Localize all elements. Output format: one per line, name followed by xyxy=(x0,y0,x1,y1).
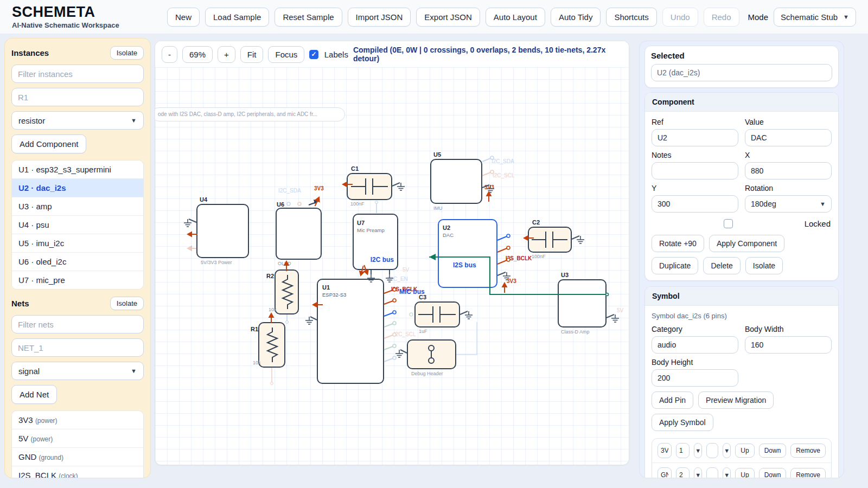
new-button[interactable]: New xyxy=(167,8,200,27)
compile-status: Compiled (0E, 0W | 0 crossings, 0 overla… xyxy=(353,46,622,63)
apply-component-button[interactable]: Apply Component xyxy=(709,235,784,252)
add-net-button[interactable]: Add Net xyxy=(11,385,57,404)
net-label-i2c-scl: I2C_SCL xyxy=(493,172,515,178)
component-u5[interactable]: U5 IMU xyxy=(430,159,482,204)
fit-button[interactable]: Fit xyxy=(240,46,264,63)
load-sample-button[interactable]: Load Sample xyxy=(205,8,269,27)
zoom-out-button[interactable]: - xyxy=(162,46,177,63)
component-caption: 10k xyxy=(253,360,261,365)
shortcuts-button[interactable]: Shortcuts xyxy=(606,8,656,27)
pin-side-select[interactable]: ▼ xyxy=(694,467,702,478)
selected-value-input[interactable] xyxy=(651,64,832,81)
instance-row-u7[interactable]: U7 · mic_pre xyxy=(12,271,143,289)
component-u7[interactable]: U7 Mic Preamp I2C bus xyxy=(353,214,398,270)
instance-row-u6[interactable]: U6 · oled_i2c xyxy=(12,252,143,271)
y-input[interactable] xyxy=(652,195,738,213)
component-c2[interactable]: C2 100nF xyxy=(528,227,572,253)
symbol-card: Symbol Symbol dac_i2s (6 pins) Category … xyxy=(644,286,839,478)
filter-nets-input[interactable] xyxy=(11,315,144,333)
component-type-select[interactable]: resistor ▼ xyxy=(11,111,144,130)
app-title: SCHEMETA xyxy=(12,4,119,21)
component-c3[interactable]: C3 1uF xyxy=(414,301,460,328)
add-component-button[interactable]: Add Component xyxy=(11,134,86,153)
zoom-level-button[interactable]: 69% xyxy=(182,46,213,63)
auto-layout-button[interactable]: Auto Layout xyxy=(486,8,545,27)
rotation-select[interactable]: 180deg ▼ xyxy=(745,195,832,213)
net-row-5v[interactable]: 5V (power) xyxy=(12,429,143,447)
isolate-button[interactable]: Isolate xyxy=(745,257,783,274)
pin-down-button[interactable]: Down xyxy=(759,444,787,458)
pin-kind-select[interactable]: ▼ xyxy=(723,443,731,458)
chevron-down-icon: ▼ xyxy=(131,117,137,124)
pin-name-input[interactable] xyxy=(658,467,672,478)
component-ref: U4 xyxy=(200,196,207,203)
x-label: X xyxy=(745,151,832,159)
instance-row-u2[interactable]: U2 · dac_i2s xyxy=(12,178,143,197)
rotate-90-button[interactable]: Rotate +90 xyxy=(652,235,704,252)
net-label-i2c-sda: I2C_SDA xyxy=(278,188,301,194)
focus-button[interactable]: Focus xyxy=(268,46,304,63)
net-row-gnd[interactable]: GND (ground) xyxy=(12,447,143,466)
body-height-input[interactable] xyxy=(652,369,738,387)
pin-remove-button[interactable]: Remove xyxy=(790,468,826,478)
zoom-in-button[interactable]: + xyxy=(218,46,235,63)
pin-number-input[interactable] xyxy=(676,467,690,478)
pin-down-button[interactable]: Down xyxy=(759,468,787,478)
net-row-3v3[interactable]: 3V3 (power) xyxy=(12,411,143,429)
instance-row-u1[interactable]: U1 · esp32_s3_supermini xyxy=(12,160,143,178)
rotation-value: 180deg xyxy=(751,200,776,208)
chevron-down-icon: ▼ xyxy=(695,472,701,478)
apply-symbol-button[interactable]: Apply Symbol xyxy=(652,414,713,431)
reset-sample-button[interactable]: Reset Sample xyxy=(275,8,342,27)
instance-row-u5[interactable]: U5 · imu_i2c xyxy=(12,234,143,252)
component-caption: 100nF xyxy=(350,201,365,207)
component-u4[interactable]: U4 5V/3V3 Power xyxy=(196,204,249,258)
undo-button[interactable]: Undo xyxy=(662,8,698,27)
net-type-select[interactable]: signal ▼ xyxy=(11,362,144,380)
auto-tidy-button[interactable]: Auto Tidy xyxy=(551,8,601,27)
pin-up-button[interactable]: Up xyxy=(735,468,754,478)
import-json-button[interactable]: Import JSON xyxy=(348,8,411,27)
pin-net-input[interactable] xyxy=(706,443,718,458)
component-u1[interactable]: U1 ESP32-S3 xyxy=(317,279,384,384)
instance-row-u4[interactable]: U4 · psu xyxy=(12,215,143,234)
delete-button[interactable]: Delete xyxy=(703,257,740,274)
net-row-i2s-bclk[interactable]: I2S_BCLK (clock) xyxy=(12,466,143,478)
pin-side-select[interactable]: ▼ xyxy=(694,443,702,458)
export-json-button[interactable]: Export JSON xyxy=(416,8,480,27)
redo-button[interactable]: Redo xyxy=(704,8,739,27)
component-r2[interactable]: R2 10k xyxy=(275,269,299,314)
pin-up-button[interactable]: Up xyxy=(735,444,754,458)
pin-net-input[interactable] xyxy=(706,467,718,478)
component-u2-selected[interactable]: U2 DAC I2S bus xyxy=(438,219,497,288)
component-debug-header[interactable]: Debug Header xyxy=(407,339,456,369)
instances-isolate-button[interactable]: Isolate xyxy=(110,46,144,60)
pin-name-input[interactable] xyxy=(658,443,672,458)
mode-select[interactable]: Schematic Stub ▼ xyxy=(774,8,856,27)
pin-kind-select[interactable]: ▼ xyxy=(723,467,731,478)
pin-row-2: ▼ ▼ Up Down Remove xyxy=(652,463,831,478)
value-input[interactable] xyxy=(745,129,832,146)
body-width-input[interactable] xyxy=(745,336,832,354)
filter-instances-input[interactable] xyxy=(11,65,144,83)
component-c1[interactable]: C1 100nF xyxy=(347,173,392,200)
component-u3[interactable]: U3 Class-D Amp xyxy=(558,279,607,328)
ref-input[interactable] xyxy=(652,129,738,146)
preview-migration-button[interactable]: Preview Migration xyxy=(698,391,774,409)
category-input[interactable] xyxy=(652,336,738,354)
notes-input[interactable] xyxy=(652,162,738,179)
locked-checkbox[interactable] xyxy=(724,219,733,228)
pin-number-input[interactable] xyxy=(676,443,690,458)
add-pin-button[interactable]: Add Pin xyxy=(652,391,693,409)
duplicate-button[interactable]: Duplicate xyxy=(652,257,698,274)
new-ref-input[interactable] xyxy=(11,88,144,106)
new-net-input[interactable] xyxy=(11,338,144,357)
pin-remove-button[interactable]: Remove xyxy=(790,444,826,458)
component-r1[interactable]: R1 10k xyxy=(258,322,285,368)
component-u6[interactable]: U6 OLED xyxy=(276,208,322,260)
x-input[interactable] xyxy=(745,162,832,179)
nets-isolate-button[interactable]: Isolate xyxy=(110,297,144,310)
schematic-stage[interactable]: ode with I2S DAC, class-D amp, I2C perip… xyxy=(155,67,629,465)
instance-row-u3[interactable]: U3 · amp xyxy=(12,197,143,215)
labels-checkbox[interactable]: ✓ xyxy=(309,50,318,59)
